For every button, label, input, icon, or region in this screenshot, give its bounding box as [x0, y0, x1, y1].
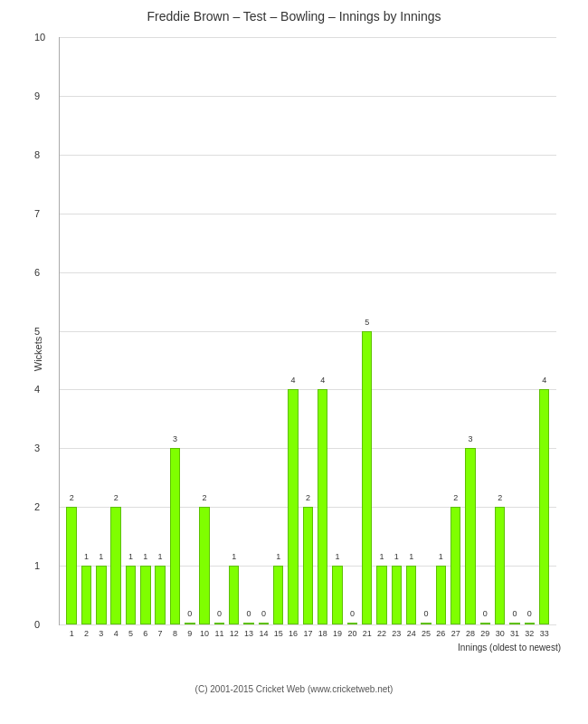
bar-value-label: 0 — [424, 609, 429, 618]
bar-value-label: 3 — [173, 434, 177, 443]
x-tick-label: 16 — [289, 629, 298, 638]
bar-group: 126 — [433, 37, 448, 624]
bar-value-label: 1 — [409, 552, 413, 561]
bar-value-label: 2 — [203, 493, 207, 502]
bar-group: 09 — [183, 37, 197, 624]
bars-container: 2112132415161738092100111120130141154162… — [60, 37, 556, 624]
bar: 2 — [495, 507, 505, 624]
bar-value-label: 1 — [380, 552, 384, 561]
x-tick-label: 9 — [187, 629, 192, 638]
x-tick-label: 20 — [347, 629, 356, 638]
bar-group: 210 — [197, 37, 212, 624]
bar-group: 17 — [153, 37, 167, 624]
bar: 2 — [303, 507, 313, 624]
y-axis-label: Wickets — [33, 337, 43, 372]
bar-value-label: 1 — [143, 552, 147, 561]
x-tick-label: 27 — [451, 629, 460, 638]
bar: 4 — [288, 389, 298, 624]
x-tick-label: 14 — [259, 629, 268, 638]
x-tick-label: 6 — [143, 629, 147, 638]
x-tick-label: 3 — [99, 629, 103, 638]
x-tick-label: 10 — [200, 629, 209, 638]
y-tick-label: 4 — [34, 384, 40, 395]
bar-value-label: 2 — [306, 493, 310, 502]
bar: 1 — [376, 566, 386, 624]
x-tick-label: 18 — [318, 629, 327, 638]
y-tick-label: 10 — [34, 32, 45, 43]
bar: 4 — [318, 389, 327, 624]
x-tick-label: 21 — [363, 629, 372, 638]
bar-group: 15 — [123, 37, 138, 624]
grid-line — [60, 624, 556, 625]
bar-group: 124 — [404, 37, 419, 624]
bar: 1 — [406, 566, 416, 624]
bar-group: 029 — [478, 37, 492, 624]
x-tick-label: 13 — [244, 629, 253, 638]
y-tick-label: 7 — [34, 208, 40, 219]
bar: 1 — [229, 566, 239, 624]
bar: 2 — [110, 507, 120, 624]
bar: 0 — [185, 623, 194, 624]
x-tick-label: 31 — [510, 629, 519, 638]
plot-area: 0123456789102112132415161738092100111120… — [59, 37, 556, 625]
x-tick-label: 29 — [480, 629, 489, 638]
bar-value-label: 1 — [158, 552, 163, 561]
bar-group: 025 — [419, 37, 433, 624]
bar: 1 — [81, 566, 91, 624]
bar-group: 011 — [212, 37, 226, 624]
bar-group: 032 — [522, 37, 536, 624]
bar-group: 014 — [256, 37, 270, 624]
bar: 0 — [480, 623, 490, 624]
bar-group: 328 — [463, 37, 478, 624]
bar-value-label: 1 — [99, 552, 103, 561]
bar-group: 416 — [286, 37, 300, 624]
bar-value-label: 0 — [350, 609, 355, 618]
x-tick-label: 23 — [392, 629, 401, 638]
bar: 0 — [259, 623, 269, 624]
bar-group: 013 — [242, 37, 256, 624]
bar: 0 — [214, 623, 224, 624]
x-tick-label: 15 — [274, 629, 283, 638]
y-tick-label: 9 — [34, 90, 40, 101]
bar-group: 21 — [64, 37, 79, 624]
y-tick-label: 6 — [34, 267, 40, 278]
x-tick-label: 1 — [70, 629, 74, 638]
x-tick-label: 12 — [230, 629, 239, 638]
bar-value-label: 0 — [512, 609, 517, 618]
y-tick-label: 1 — [34, 560, 40, 571]
bar-value-label: 1 — [336, 552, 340, 561]
bar-group: 418 — [316, 37, 330, 624]
bar-value-label: 4 — [320, 376, 325, 385]
bar-value-label: 0 — [261, 609, 266, 618]
bar-value-label: 3 — [469, 434, 473, 443]
x-tick-label: 19 — [333, 629, 342, 638]
bar-group: 115 — [271, 37, 286, 624]
y-tick-label: 0 — [34, 619, 40, 630]
bar-group: 227 — [449, 37, 463, 624]
bar: 2 — [450, 507, 460, 624]
bar-group: 230 — [493, 37, 507, 624]
x-tick-label: 4 — [114, 629, 119, 638]
bar-group: 112 — [227, 37, 242, 624]
bar-value-label: 5 — [365, 318, 369, 327]
bar: 1 — [96, 566, 106, 624]
bar: 0 — [509, 623, 519, 624]
bar-value-label: 1 — [232, 552, 236, 561]
bar-value-label: 1 — [128, 552, 133, 561]
chart-container: Freddie Brown – Test – Bowling – Innings… — [0, 0, 588, 724]
x-tick-label: 32 — [525, 629, 534, 638]
x-tick-label: 26 — [436, 629, 445, 638]
bar-value-label: 0 — [483, 609, 488, 618]
bar-value-label: 2 — [453, 493, 458, 502]
copyright-text: (C) 2001-2015 Cricket Web (www.cricketwe… — [195, 684, 394, 694]
bar-group: 122 — [375, 37, 389, 624]
x-tick-label: 5 — [128, 629, 133, 638]
bar-group: 433 — [537, 37, 552, 624]
x-tick-label: 11 — [214, 629, 223, 638]
y-tick-label: 2 — [34, 501, 40, 512]
x-axis-label: Innings (oldest to newest) — [458, 643, 561, 653]
bar-group: 031 — [507, 37, 522, 624]
bar-value-label: 1 — [394, 552, 399, 561]
bar: 1 — [332, 566, 342, 624]
bar-group: 123 — [389, 37, 403, 624]
